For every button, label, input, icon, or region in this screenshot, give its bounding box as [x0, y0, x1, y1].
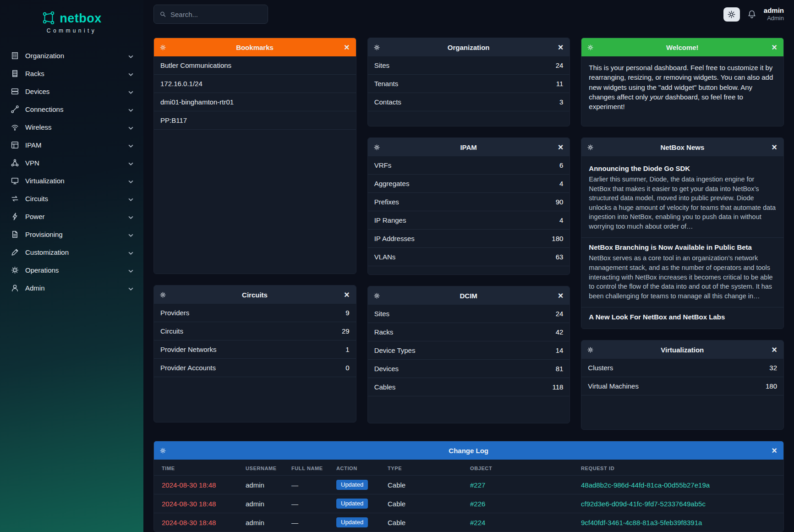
stat-row[interactable]: IP Ranges 4: [368, 211, 570, 230]
widget-dcim: DCIM × Sites 24 Racks 42: [367, 286, 570, 423]
stat-row[interactable]: Sites 24: [368, 305, 570, 323]
bookmark-item[interactable]: Butler Communications: [154, 56, 356, 75]
stat-row[interactable]: Provider Networks 1: [154, 340, 356, 359]
sidebar-item-admin[interactable]: Admin: [0, 279, 143, 297]
widget-close-icon[interactable]: ×: [771, 43, 778, 52]
widget-title: Welcome!: [594, 44, 771, 51]
stat-row[interactable]: Clusters 32: [581, 359, 783, 377]
stat-row[interactable]: Provider Accounts 0: [154, 359, 356, 377]
sidebar-item-label: Operations: [25, 266, 122, 274]
widget-config-icon[interactable]: [159, 291, 166, 298]
changelog-type: Cable: [383, 494, 465, 513]
widget-netbox-news: NetBox News × Announcing the Diode Go SD…: [581, 137, 784, 329]
news-item-body: NetBox serves as a core tool in an organ…: [589, 253, 776, 301]
bookmark-item[interactable]: PP:B117: [154, 111, 356, 130]
changelog-time-link[interactable]: 2024-08-30 18:48: [162, 481, 216, 489]
changelog-time-link[interactable]: 2024-08-30 18:48: [162, 519, 216, 527]
widget-config-icon[interactable]: [159, 447, 166, 454]
search-input[interactable]: [170, 11, 262, 18]
user-name: admin: [764, 6, 784, 15]
sidebar-item-racks[interactable]: Racks: [0, 65, 143, 82]
sidebar-item-provisioning[interactable]: Provisioning: [0, 225, 143, 243]
sidebar-item-power[interactable]: Power: [0, 208, 143, 225]
sidebar-item-vpn[interactable]: VPN: [0, 154, 143, 172]
sidebar-item-ipam[interactable]: IPAM: [0, 136, 143, 154]
widget-bookmarks: Bookmarks × Butler Communications 172.16…: [153, 38, 356, 274]
sidebar-item-circuits[interactable]: Circuits: [0, 190, 143, 208]
sidebar-item-organization[interactable]: Organization: [0, 47, 143, 65]
sidebar-nav: Organization Racks Devices Connections W…: [0, 47, 143, 297]
stat-value: 118: [552, 383, 563, 391]
changelog-time-link[interactable]: 2024-08-30 18:48: [162, 500, 216, 508]
stat-value: 1: [345, 346, 349, 353]
sidebar-item-label: Devices: [25, 88, 122, 95]
stat-row[interactable]: Providers 9: [154, 304, 356, 322]
widget-close-icon[interactable]: ×: [343, 43, 350, 52]
widget-close-icon[interactable]: ×: [557, 43, 564, 52]
user-menu[interactable]: admin Admin: [764, 6, 784, 22]
sidebar-item-devices[interactable]: Devices: [0, 82, 143, 100]
widget-config-icon[interactable]: [373, 292, 380, 299]
news-item-title[interactable]: A New Look For NetBox and NetBox Labs: [589, 313, 776, 321]
stat-row[interactable]: Cables 118: [368, 378, 570, 396]
sidebar-item-wireless[interactable]: Wireless: [0, 118, 143, 136]
bell-icon: [747, 10, 756, 19]
notifications-button[interactable]: [747, 10, 756, 19]
sidebar-item-virtualization[interactable]: Virtualization: [0, 172, 143, 190]
stat-label: VRFs: [374, 161, 392, 169]
stat-row[interactable]: Sites 24: [368, 56, 570, 75]
changelog-full-name: —: [287, 476, 332, 494]
bookmark-item[interactable]: 172.16.0.1/24: [154, 75, 356, 93]
stat-row[interactable]: Contacts 3: [368, 93, 570, 111]
search-box[interactable]: [153, 5, 268, 24]
stat-value: 9: [345, 309, 349, 317]
sidebar-item-connections[interactable]: Connections: [0, 100, 143, 118]
stat-row[interactable]: VLANs 63: [368, 248, 570, 266]
stat-row[interactable]: Devices 81: [368, 360, 570, 378]
changelog-type: Cable: [383, 513, 465, 532]
brand[interactable]: netbox Community: [0, 11, 143, 34]
widget-config-icon[interactable]: [587, 144, 594, 151]
widget-config-icon[interactable]: [373, 44, 380, 51]
news-item-title[interactable]: NetBox Branching is Now Available in Pub…: [589, 243, 776, 251]
stat-row[interactable]: Tenants 11: [368, 75, 570, 93]
stat-row[interactable]: VRFs 6: [368, 156, 570, 175]
changelog-request-id-link[interactable]: cf92d3e6-d09d-41fc-9fd7-52337649ab5c: [581, 500, 706, 508]
stat-label: Devices: [374, 365, 399, 373]
stat-row[interactable]: Virtual Machines 180: [581, 377, 783, 395]
widget-close-icon[interactable]: ×: [771, 143, 778, 152]
widget-close-icon[interactable]: ×: [557, 143, 564, 152]
sidebar-item-customization[interactable]: Customization: [0, 243, 143, 261]
stat-row[interactable]: Device Types 14: [368, 341, 570, 360]
widget-close-icon[interactable]: ×: [343, 290, 350, 299]
widget-virtualization: Virtualization × Clusters 32 Virtual Mac…: [581, 340, 784, 430]
widget-header: Change Log ×: [154, 441, 783, 460]
news-item-title[interactable]: Announcing the Diode Go SDK: [589, 165, 776, 172]
sidebar-item-operations[interactable]: Operations: [0, 261, 143, 279]
widget-close-icon[interactable]: ×: [557, 291, 564, 300]
widget-config-icon[interactable]: [587, 346, 594, 353]
stat-row[interactable]: Racks 42: [368, 323, 570, 341]
changelog-object-link[interactable]: #226: [470, 500, 485, 508]
stat-label: Provider Accounts: [160, 364, 216, 372]
widget-close-icon[interactable]: ×: [771, 345, 778, 354]
changelog-object-link[interactable]: #224: [470, 519, 485, 527]
changelog-request-id-link[interactable]: 9cf40fdf-3461-4c88-81a3-5feb39f8391a: [581, 519, 702, 527]
widget-title: NetBox News: [594, 143, 771, 151]
widget-close-icon[interactable]: ×: [771, 446, 778, 455]
stat-row[interactable]: Aggregates 4: [368, 175, 570, 193]
chevron-down-icon: [128, 141, 133, 149]
stat-value: 90: [556, 198, 564, 206]
bookmark-item[interactable]: dmi01-binghamton-rtr01: [154, 93, 356, 111]
changelog-request-id-link[interactable]: 48ad8b2c-986d-44fd-81ca-00d55b27e19a: [581, 481, 710, 489]
stat-row[interactable]: IP Addresses 180: [368, 230, 570, 248]
stat-row[interactable]: Circuits 29: [154, 322, 356, 340]
changelog-object-link[interactable]: #227: [470, 481, 485, 489]
stat-label: Device Types: [374, 346, 416, 354]
widget-config-icon[interactable]: [159, 44, 166, 51]
stat-row[interactable]: Prefixes 90: [368, 193, 570, 211]
widget-config-icon[interactable]: [587, 44, 594, 51]
widget-config-icon[interactable]: [373, 144, 380, 151]
theme-toggle-button[interactable]: [723, 7, 740, 22]
widget-title: Circuits: [166, 291, 343, 299]
